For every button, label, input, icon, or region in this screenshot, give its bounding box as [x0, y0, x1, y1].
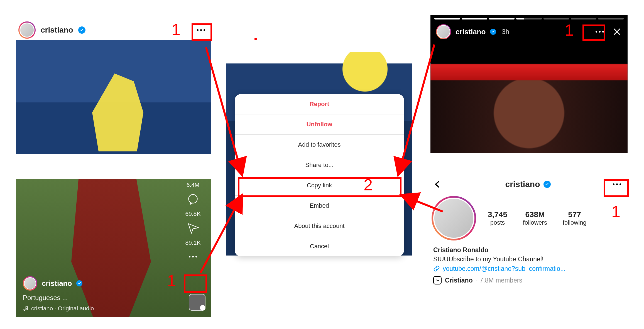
reel-author-username[interactable]: cristiano	[42, 279, 72, 288]
profile-avatar[interactable]	[433, 198, 474, 239]
sheet-copy-link-button[interactable]: Copy link	[235, 175, 404, 195]
svg-point-1	[24, 309, 25, 311]
channel-icon	[433, 276, 442, 284]
feed-post-header: cristiano	[16, 20, 211, 40]
reel-audio-thumbnail[interactable]	[189, 294, 205, 311]
avatar-ring[interactable]	[436, 24, 451, 39]
profile-panel: cristiano 3,745 posts 638M followers 577…	[430, 175, 628, 284]
profile-stats-row: 3,745 posts 638M followers 577 following	[430, 194, 628, 240]
avatar-ring[interactable]	[18, 21, 36, 39]
verified-badge-icon	[76, 280, 82, 286]
story-more-options-button[interactable]	[592, 26, 608, 37]
reel-likes-count: 6.4M	[187, 181, 200, 188]
channel-name: Cristiano	[445, 277, 473, 284]
story-author-avatar[interactable]	[437, 25, 450, 38]
svg-point-0	[188, 195, 197, 203]
following-label: following	[563, 219, 587, 226]
reel-more-options-button[interactable]	[185, 251, 201, 262]
profile-header: cristiano	[430, 175, 628, 194]
sheet-report-button[interactable]: Report	[235, 94, 404, 114]
profile-bio-text: SIUUUbscribe to my Youtube Channel!	[433, 255, 625, 264]
reel-shares-count: 89.1K	[185, 239, 201, 246]
share-icon[interactable]	[187, 222, 199, 234]
avatar-ring[interactable]	[432, 196, 476, 240]
profile-username[interactable]: cristiano	[505, 180, 540, 189]
story-view[interactable]: cristiano 3h	[430, 15, 628, 153]
sheet-cancel-button[interactable]: Cancel	[235, 236, 404, 256]
stat-followers[interactable]: 638M followers	[523, 210, 547, 226]
followers-count: 638M	[523, 210, 547, 219]
stat-following[interactable]: 577 following	[563, 210, 587, 226]
verified-badge-icon	[543, 181, 551, 188]
sheet-unfollow-button[interactable]: Unfollow	[235, 114, 404, 134]
sheet-embed-button[interactable]: Embed	[235, 195, 404, 216]
story-progress-bar	[434, 18, 624, 19]
story-close-button[interactable]	[612, 27, 622, 37]
reel-author-avatar[interactable]	[24, 277, 36, 289]
reel-panel: 6.4M 69.8K 89.1K cristiano Portugueses	[16, 179, 211, 317]
verified-badge-icon	[78, 26, 85, 34]
verified-badge-icon	[490, 29, 496, 35]
reel-audio-attribution[interactable]: cristiano · Original audio	[23, 305, 178, 312]
svg-point-2	[26, 309, 28, 310]
stat-posts[interactable]: 3,745 posts	[488, 210, 507, 226]
channel-members: · 7.8M members	[476, 277, 522, 284]
sheet-share-to-button[interactable]: Share to...	[235, 155, 404, 175]
story-header: cristiano 3h	[434, 23, 624, 41]
story-panel: cristiano 3h	[430, 15, 628, 153]
reel-comments-count: 69.8K	[185, 210, 201, 217]
following-count: 577	[563, 210, 587, 219]
action-sheet-backdrop[interactable]: Report Unfollow Add to favorites Share t…	[226, 63, 412, 256]
action-sheet-panel: Report Unfollow Add to favorites Share t…	[226, 63, 412, 256]
story-author-username[interactable]: cristiano	[456, 28, 486, 36]
profile-bio-link-text: youtube.com/@cristiano?sub_confirmatio..…	[443, 264, 565, 273]
profile-bio: Cristiano Ronaldo SIUUUbscribe to my You…	[430, 240, 628, 273]
posts-count: 3,745	[488, 210, 507, 219]
annotation-stray-mark	[254, 38, 257, 40]
story-timestamp: 3h	[502, 28, 509, 36]
reel-info-overlay: cristiano Portugueses ... cristiano · Or…	[23, 276, 178, 312]
feed-author-username[interactable]: cristiano	[41, 26, 73, 35]
avatar-ring[interactable]	[23, 276, 37, 291]
sheet-add-favorites-button[interactable]: Add to favorites	[235, 134, 404, 155]
reel-video[interactable]: 6.4M 69.8K 89.1K cristiano Portugueses	[16, 179, 211, 317]
profile-bio-link[interactable]: youtube.com/@cristiano?sub_confirmatio..…	[433, 264, 625, 273]
feed-post-image[interactable]	[16, 40, 211, 154]
action-sheet: Report Unfollow Add to favorites Share t…	[235, 94, 404, 256]
feed-author-avatar[interactable]	[19, 23, 35, 38]
feed-post-panel: cristiano	[16, 20, 211, 154]
reel-caption[interactable]: Portugueses ...	[23, 294, 178, 302]
reel-action-rail: 6.4M 69.8K 89.1K	[180, 181, 205, 262]
reel-audio-label: cristiano · Original audio	[31, 305, 94, 312]
comment-icon[interactable]	[187, 193, 199, 205]
profile-more-options-button[interactable]	[609, 179, 625, 190]
feed-more-options-button[interactable]	[193, 24, 209, 36]
followers-label: followers	[523, 219, 547, 226]
back-button[interactable]	[432, 178, 444, 190]
sheet-about-account-button[interactable]: About this account	[235, 216, 404, 236]
profile-display-name: Cristiano Ronaldo	[433, 245, 625, 255]
profile-channel-row[interactable]: Cristiano · 7.8M members	[430, 273, 628, 284]
posts-label: posts	[488, 219, 507, 226]
story-image	[430, 53, 628, 153]
